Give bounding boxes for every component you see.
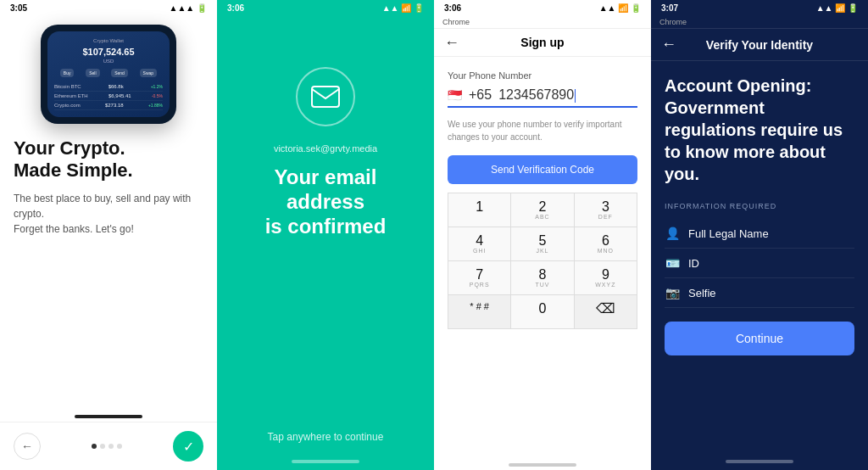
dot-4 [117, 444, 122, 449]
phone-number-value[interactable]: 1234567890 [498, 87, 637, 103]
time-p2: 3:06 [227, 3, 244, 13]
svg-rect-0 [312, 87, 339, 107]
phone-screen: Crypto Wallet $107,524.65 USD Buy Sell S… [47, 31, 170, 117]
tap-continue-label: Tap anywhere to continue [268, 431, 384, 443]
info-item-selfie: 📷 Selfie [665, 278, 854, 308]
check-button-p1[interactable]: ✓ [173, 431, 203, 462]
key-4[interactable]: 4 GHI [448, 227, 511, 261]
text-cursor [575, 89, 576, 103]
nav-dots [92, 444, 122, 449]
dot-1 [92, 444, 97, 449]
info-required-label: INFORMATION REQUIRED [665, 202, 854, 210]
panel-email-confirmed[interactable]: 3:06 ▲▲ 📶 🔋 victoria.sek@grvty.media You… [217, 0, 434, 470]
buy-btn[interactable]: Buy [60, 69, 75, 77]
panel-phone-verify: 3:06 ▲▲ 📶 🔋 Chrome ← Sign up Your Phone … [434, 0, 651, 470]
key-5[interactable]: 5 JKL [511, 227, 574, 261]
key-special[interactable]: * # # [448, 295, 511, 329]
key-6[interactable]: 6 MNO [575, 227, 637, 261]
phone-mockup: Crypto Wallet $107,524.65 USD Buy Sell S… [41, 25, 176, 124]
key-8[interactable]: 8 TUV [511, 261, 574, 295]
status-bar-p4: 3:07 ▲▲ 📶 🔋 [651, 0, 868, 16]
nav-header-p3: ← Sign up [434, 29, 651, 57]
status-bar-p3: 3:06 ▲▲ 📶 🔋 [434, 0, 651, 16]
confirm-title: Your email addressis confirmed [217, 165, 434, 238]
swipe-bar-p2 [292, 460, 359, 463]
sell-btn[interactable]: Sell [86, 69, 99, 77]
continue-button[interactable]: Continue [665, 322, 854, 355]
time-p1: 3:05 [10, 3, 27, 13]
chrome-bar-p3: Chrome [434, 16, 651, 29]
info-item-id: 🪪 ID [665, 249, 854, 278]
chrome-label-p4: Chrome [659, 18, 687, 26]
key-9[interactable]: 9 WXYZ [575, 261, 637, 295]
crypto-item-eth: Ethereum ETH $6,945.41 -0.5% [54, 92, 163, 101]
back-arrow-p3[interactable]: ← [444, 34, 459, 52]
signal-icons-p2: ▲▲ 📶 🔋 [382, 3, 424, 13]
info-label-selfie: Selfie [688, 287, 716, 299]
panel-onboarding: 3:05 ▲▲▲ 🔋 Crypto Wallet $107,524.65 USD… [0, 0, 217, 470]
identity-content: Account Opening: Government regulations … [651, 61, 868, 453]
key-2[interactable]: 2 ABC [511, 193, 574, 227]
nav-header-p4: ← Verify Your Identity [651, 29, 868, 61]
chrome-label-p3: Chrome [442, 18, 470, 26]
crypto-item-btc: Bitcoin BTC $66.8k +1.2% [54, 82, 163, 92]
key-1[interactable]: 1 [448, 193, 511, 227]
swap-btn[interactable]: Swap [140, 69, 158, 77]
key-backspace[interactable]: ⌫ [575, 295, 637, 329]
dot-3 [108, 444, 114, 449]
flag-emoji: 🇸🇬 [448, 88, 462, 102]
hero-subtitle: The best place to buy, sell and pay with… [14, 191, 203, 237]
phone-label: Your Phone Number [448, 70, 637, 81]
crypto-item-cro: Crypto.com $273.18 +1.88% [54, 101, 163, 110]
status-bar-p1: 3:05 ▲▲▲ 🔋 [0, 0, 217, 16]
wallet-balance: $107,524.65 [54, 47, 163, 57]
bottom-nav-p1: ← ✓ [0, 422, 217, 470]
panel-identity: 3:07 ▲▲ 📶 🔋 Chrome ← Verify Your Identit… [651, 0, 868, 470]
page-title-p4: Verify Your Identity [683, 38, 836, 52]
signal-icons-p3: ▲▲ 📶 🔋 [599, 3, 641, 13]
verify-info-text: We use your phone number to verify impor… [448, 118, 637, 143]
info-label-name: Full Legal Name [688, 227, 769, 240]
wallet-header: Crypto Wallet [54, 38, 163, 43]
back-button-p1[interactable]: ← [14, 433, 41, 460]
identity-title: Account Opening: Government regulations … [665, 75, 854, 185]
action-buttons: Buy Sell Send Swap [54, 69, 163, 77]
send-btn-mock[interactable]: Send [111, 69, 128, 77]
email-icon [311, 86, 340, 108]
dot-2 [100, 444, 105, 449]
phone-content: Your Phone Number 🇸🇬 +65 1234567890 We u… [434, 57, 651, 458]
phone-keypad: 1 2 ABC 3 DEF 4 GHI 5 JKL 6 MNO [448, 193, 637, 329]
swipe-bar-p3 [509, 463, 576, 467]
wallet-currency: USD [54, 59, 163, 64]
country-code: +65 [469, 87, 492, 103]
phone-input-row[interactable]: 🇸🇬 +65 1234567890 [448, 87, 637, 108]
time-p3: 3:06 [444, 3, 461, 13]
time-p4: 3:07 [661, 3, 678, 13]
signal-icons-p4: ▲▲ 📶 🔋 [816, 3, 858, 13]
person-icon: 👤 [665, 226, 680, 241]
key-0[interactable]: 0 [511, 295, 574, 329]
hero-title: Your Crypto.Made Simple. [14, 137, 203, 182]
swipe-bar-p4 [726, 460, 793, 463]
send-verification-button[interactable]: Send Verification Code [448, 155, 637, 184]
flag-badge[interactable]: 🇸🇬 [448, 88, 462, 102]
back-arrow-p4[interactable]: ← [661, 36, 676, 53]
email-icon-circle [296, 67, 355, 126]
signal-icons-p1: ▲▲▲ 🔋 [170, 3, 207, 13]
id-icon: 🪪 [665, 255, 680, 271]
chrome-bar-p4: Chrome [651, 16, 868, 29]
info-item-name: 👤 Full Legal Name [665, 219, 854, 249]
swipe-bar-p1 [75, 415, 142, 418]
camera-icon: 📷 [665, 285, 680, 300]
key-7[interactable]: 7 PQRS [448, 261, 511, 295]
info-label-id: ID [688, 257, 699, 270]
page-title-p3: Sign up [520, 36, 564, 49]
status-bar-p2: 3:06 ▲▲ 📶 🔋 [217, 0, 434, 16]
key-3[interactable]: 3 DEF [575, 193, 637, 227]
hero-text: Your Crypto.Made Simple. The best place … [0, 124, 217, 410]
email-address: victoria.sek@grvty.media [274, 143, 377, 154]
